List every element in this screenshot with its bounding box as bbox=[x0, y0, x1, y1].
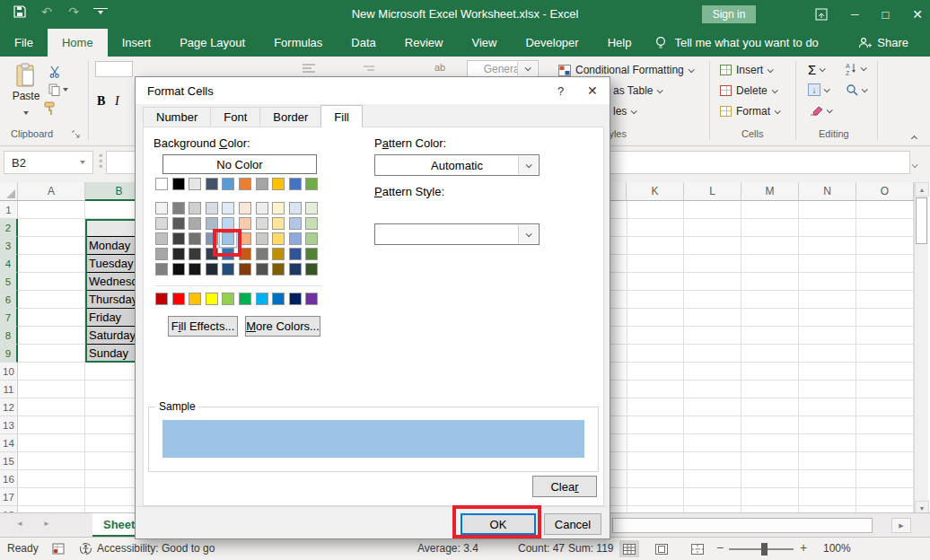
palette-variant-swatch-1-8[interactable] bbox=[289, 217, 302, 230]
find-select-button[interactable] bbox=[846, 83, 866, 96]
palette-variant-swatch-3-8[interactable] bbox=[289, 248, 302, 260]
cell-A16[interactable] bbox=[18, 470, 85, 488]
palette-variant-swatch-1-7[interactable] bbox=[272, 217, 285, 230]
name-box-dropdown-icon[interactable] bbox=[80, 161, 85, 164]
palette-variant-swatch-1-3[interactable] bbox=[206, 217, 218, 230]
menu-tab-home[interactable]: Home bbox=[48, 29, 108, 57]
grid-column-m[interactable] bbox=[741, 201, 799, 512]
grid-column-k[interactable] bbox=[627, 201, 684, 512]
italic-button[interactable]: I bbox=[115, 94, 119, 109]
horizontal-scroll-thumb[interactable] bbox=[612, 518, 873, 533]
column-header-m[interactable]: M bbox=[741, 182, 799, 201]
pattern-color-dropdown[interactable]: Automatic bbox=[374, 154, 540, 176]
cell-A3[interactable] bbox=[18, 237, 85, 255]
palette-variant-swatch-2-9[interactable] bbox=[305, 232, 318, 245]
palette-variant-swatch-0-3[interactable] bbox=[206, 202, 218, 214]
palette-variant-swatch-0-9[interactable] bbox=[305, 202, 318, 214]
palette-variant-swatch-4-3[interactable] bbox=[206, 263, 218, 276]
palette-variant-swatch-4-1[interactable] bbox=[172, 263, 185, 276]
format-cells-button[interactable]: Format bbox=[720, 105, 779, 118]
row-header-10[interactable]: 10 bbox=[0, 363, 18, 381]
pattern-style-dropdown[interactable] bbox=[374, 223, 540, 245]
collapse-ribbon-icon[interactable] bbox=[912, 128, 917, 144]
row-header-4[interactable]: 4 bbox=[0, 255, 18, 273]
prev-sheet-icon[interactable]: ◄ bbox=[16, 520, 23, 528]
palette-variant-swatch-1-0[interactable] bbox=[155, 217, 168, 230]
macro-record-icon[interactable] bbox=[52, 543, 65, 555]
palette-standard-swatch-3[interactable] bbox=[206, 293, 218, 305]
palette-variant-swatch-2-0[interactable] bbox=[155, 232, 168, 245]
palette-theme-swatch-2[interactable] bbox=[189, 178, 201, 190]
scroll-up-icon[interactable]: ▲ bbox=[915, 182, 929, 197]
accessibility-status[interactable]: Accessibility: Good to go bbox=[97, 542, 215, 555]
row-header-1[interactable]: 1 bbox=[0, 201, 18, 219]
palette-standard-swatch-7[interactable] bbox=[272, 293, 285, 305]
zoom-level[interactable]: 100% bbox=[823, 542, 851, 555]
zoom-out-icon[interactable]: − bbox=[716, 540, 724, 555]
cell-A15[interactable] bbox=[18, 452, 85, 470]
cut-icon[interactable] bbox=[48, 66, 61, 78]
indent-icon[interactable] bbox=[363, 66, 375, 73]
column-header-n[interactable]: N bbox=[799, 182, 856, 201]
grid-right-body[interactable] bbox=[610, 201, 914, 512]
select-all-corner[interactable] bbox=[0, 182, 18, 201]
row-header-12[interactable]: 12 bbox=[0, 398, 18, 416]
vertical-scroll-thumb[interactable] bbox=[916, 197, 927, 244]
palette-variant-swatch-0-2[interactable] bbox=[189, 202, 201, 214]
palette-theme-swatch-5[interactable] bbox=[239, 178, 251, 190]
format-as-table-button[interactable]: as Table bbox=[613, 84, 662, 97]
vertical-scrollbar[interactable]: ▲ ▼ bbox=[914, 182, 928, 516]
palette-variant-swatch-4-5[interactable] bbox=[239, 263, 251, 276]
row-header-6[interactable]: 6 bbox=[0, 291, 18, 309]
column-header-o[interactable]: O bbox=[856, 182, 914, 201]
sign-in-button[interactable]: Sign in bbox=[702, 5, 756, 23]
palette-variant-swatch-0-4[interactable] bbox=[222, 202, 234, 214]
menu-tab-review[interactable]: Review bbox=[390, 29, 458, 57]
palette-variant-swatch-3-0[interactable] bbox=[155, 248, 168, 260]
dialog-help-icon[interactable]: ? bbox=[557, 84, 564, 98]
tell-me-box[interactable]: Tell me what you want to do bbox=[654, 29, 818, 57]
cell-A1[interactable] bbox=[18, 201, 85, 219]
row-header-7[interactable]: 7 bbox=[0, 309, 18, 327]
palette-variant-swatch-3-7[interactable] bbox=[272, 248, 285, 260]
cell-A5[interactable] bbox=[18, 273, 85, 291]
scroll-right-icon[interactable]: ▶ bbox=[891, 518, 911, 533]
cancel-button[interactable]: Cancel bbox=[544, 513, 601, 535]
palette-theme-swatch-9[interactable] bbox=[305, 178, 318, 190]
row-header-9[interactable]: 9 bbox=[0, 345, 18, 363]
column-header-l[interactable]: L bbox=[684, 182, 741, 201]
palette-variant-swatch-0-0[interactable] bbox=[155, 202, 168, 214]
row-header-5[interactable]: 5 bbox=[0, 273, 18, 291]
column-header-a[interactable]: A bbox=[18, 182, 85, 201]
page-layout-view-button[interactable] bbox=[652, 540, 671, 557]
number-format-dropdown[interactable]: General bbox=[467, 60, 539, 77]
dialog-tab-fill[interactable]: Fill bbox=[320, 105, 363, 127]
palette-variant-swatch-1-1[interactable] bbox=[172, 217, 185, 230]
dialog-tab-font[interactable]: Font bbox=[210, 107, 260, 127]
menu-tab-view[interactable]: View bbox=[457, 29, 511, 57]
row-header-14[interactable]: 14 bbox=[0, 434, 18, 452]
palette-variant-swatch-3-1[interactable] bbox=[172, 248, 185, 260]
dialog-close-icon[interactable]: ✕ bbox=[587, 83, 598, 98]
cell-A7[interactable] bbox=[18, 309, 85, 327]
paste-button[interactable]: Paste bbox=[9, 63, 43, 118]
palette-variant-swatch-0-6[interactable] bbox=[256, 202, 268, 214]
menu-tab-file[interactable]: File bbox=[0, 29, 48, 57]
align-icon[interactable] bbox=[302, 64, 316, 73]
dialog-tab-number[interactable]: Number bbox=[143, 107, 211, 127]
fill-button[interactable]: ↓ bbox=[808, 83, 829, 96]
row-header-16[interactable]: 16 bbox=[0, 470, 18, 488]
zoom-slider-thumb[interactable] bbox=[761, 543, 768, 556]
grid-column-n[interactable] bbox=[799, 201, 856, 512]
menu-tab-formulas[interactable]: Formulas bbox=[259, 29, 337, 57]
palette-variant-swatch-4-0[interactable] bbox=[155, 263, 168, 276]
palette-variant-swatch-4-9[interactable] bbox=[305, 263, 318, 276]
font-name-box[interactable] bbox=[95, 61, 133, 77]
palette-variant-swatch-0-7[interactable] bbox=[272, 202, 285, 214]
palette-variant-swatch-1-5[interactable] bbox=[239, 217, 251, 230]
formula-bar-separator[interactable]: ••• bbox=[99, 153, 103, 170]
cell-A10[interactable] bbox=[18, 363, 85, 381]
cell-A14[interactable] bbox=[18, 434, 85, 452]
formula-bar-expand-icon[interactable] bbox=[912, 155, 917, 171]
palette-theme-swatch-0[interactable] bbox=[155, 178, 168, 190]
